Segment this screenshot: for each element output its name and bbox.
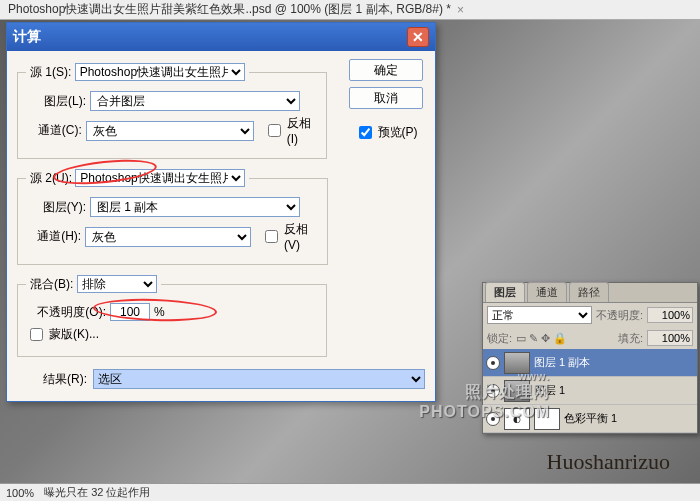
status-hint: 曝光只在 32 位起作用	[44, 485, 150, 500]
preview-label: 预览(P)	[378, 124, 418, 141]
tab-paths[interactable]: 路径	[569, 282, 609, 302]
watermark-url: PHOTOPS.COM	[419, 403, 550, 420]
mask-input[interactable]	[30, 328, 43, 341]
preview-checkbox[interactable]: 预览(P)	[355, 123, 418, 142]
layer-name[interactable]: 图层 1	[534, 383, 694, 398]
source2-layer-combo[interactable]: 图层 1 副本	[90, 197, 300, 217]
visibility-icon[interactable]	[486, 356, 500, 370]
watermark-site: 照片处理网	[465, 383, 550, 400]
ok-button[interactable]: 确定	[349, 59, 423, 81]
signature: Huoshanrizuo	[547, 449, 670, 475]
tab-channels[interactable]: 通道	[527, 282, 567, 302]
source2-file-combo[interactable]: Photoshop快速调出女生照片...	[75, 169, 245, 187]
fill-input[interactable]	[647, 330, 693, 346]
source2-group: 源 2(U): Photoshop快速调出女生照片... 图层(Y): 图层 1…	[17, 169, 328, 265]
source2-channel-combo[interactable]: 灰色	[85, 227, 251, 247]
blending-group: 混合(B): 排除 不透明度(O): % 蒙版(K)...	[17, 275, 327, 357]
result-combo[interactable]: 选区	[93, 369, 425, 389]
preview-checkbox-input[interactable]	[359, 126, 372, 139]
source1-invert-label: 反相(I)	[287, 115, 318, 146]
source2-legend-text: 源 2(U):	[30, 171, 72, 185]
mask-label: 蒙版(K)...	[49, 326, 99, 343]
blending-mode-combo[interactable]: 排除	[77, 275, 157, 293]
mask-check[interactable]: 蒙版(K)...	[26, 325, 99, 344]
opacity-label2: 不透明度:	[596, 308, 643, 323]
source1-channel-label: 通道(C):	[26, 122, 82, 139]
opacity-label: 不透明度(O):	[26, 304, 106, 321]
source2-invert-input[interactable]	[265, 230, 278, 243]
watermark: www. 照片处理网 PHOTOPS.COM	[419, 370, 550, 421]
blending-legend: 混合(B): 排除	[26, 275, 161, 293]
source1-layer-combo[interactable]: 合并图层	[90, 91, 300, 111]
dialog-titlebar[interactable]: 计算 ✕	[7, 23, 435, 51]
blending-label: 混合(B):	[30, 277, 73, 291]
layer-name[interactable]: 图层 1 副本	[534, 355, 694, 370]
source1-group: 源 1(S): Photoshop快速调出女生照片... 图层(L): 合并图层…	[17, 63, 327, 159]
source1-file-combo[interactable]: Photoshop快速调出女生照片...	[75, 63, 245, 81]
blend-mode-combo[interactable]: 正常	[487, 306, 592, 324]
source2-layer-label: 图层(Y):	[26, 199, 86, 216]
watermark-www: www.	[419, 370, 550, 382]
document-tab[interactable]: Photoshop快速调出女生照片甜美紫红色效果..psd @ 100% (图层…	[0, 0, 700, 20]
zoom-indicator[interactable]: 100%	[6, 487, 34, 499]
lock-icons[interactable]: ▭ ✎ ✥ 🔒	[516, 332, 614, 345]
document-close-x[interactable]: ×	[457, 3, 464, 17]
opacity-input[interactable]	[110, 303, 150, 321]
source1-layer-label: 图层(L):	[26, 93, 86, 110]
layer-name[interactable]: 色彩平衡 1	[564, 411, 694, 426]
dialog-close-button[interactable]: ✕	[407, 27, 429, 47]
panel-tabs: 图层 通道 路径	[483, 283, 697, 303]
result-label: 结果(R):	[17, 371, 87, 388]
cancel-button[interactable]: 取消	[349, 87, 423, 109]
source2-legend: 源 2(U): Photoshop快速调出女生照片...	[26, 169, 249, 187]
source1-invert-input[interactable]	[268, 124, 281, 137]
opacity2-input[interactable]	[647, 307, 693, 323]
document-title: Photoshop快速调出女生照片甜美紫红色效果..psd @ 100% (图层…	[8, 1, 451, 18]
calculations-dialog: 计算 ✕ 确定 取消 预览(P) 源 1(S): Photoshop快速调出女生…	[6, 22, 436, 402]
status-bar: 100% 曝光只在 32 位起作用	[0, 483, 700, 501]
lock-label: 锁定:	[487, 331, 512, 346]
source2-invert-check[interactable]: 反相(V)	[261, 221, 319, 252]
opacity-unit: %	[154, 305, 165, 319]
source1-channel-combo[interactable]: 灰色	[86, 121, 254, 141]
dialog-title: 计算	[13, 28, 41, 46]
source1-legend-text: 源 1(S):	[30, 65, 71, 79]
source2-invert-label: 反相(V)	[284, 221, 319, 252]
source1-legend: 源 1(S): Photoshop快速调出女生照片...	[26, 63, 249, 81]
source2-channel-label: 通道(H):	[26, 228, 81, 245]
tab-layers[interactable]: 图层	[485, 282, 525, 302]
fill-label: 填充:	[618, 331, 643, 346]
source1-invert-check[interactable]: 反相(I)	[264, 115, 318, 146]
